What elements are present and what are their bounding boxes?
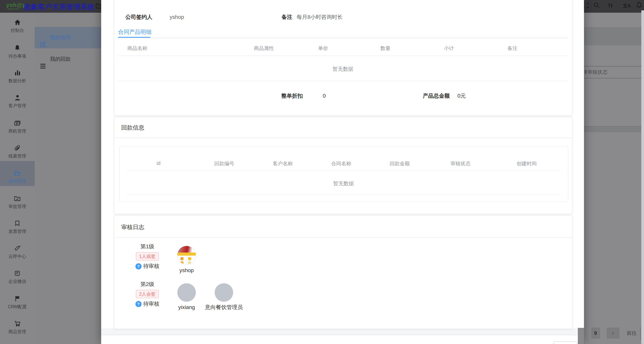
product-col-subtotal: 小计 [444,45,454,52]
product-col-name: 商品名称 [127,45,147,52]
cart-icon [14,321,20,328]
sidebar-item-invoices[interactable]: 发票管理 [0,221,34,245]
pagination-page-9[interactable]: 9 [591,327,600,339]
payment-info-card: 回款信息 id 回款编号 客户名称 合同名称 回款金额 审核状态 创建时间 暂无… [114,117,572,214]
submenu-item-my-payments[interactable]: 我的回款 [34,48,101,70]
page-scrollbar[interactable] [641,10,644,344]
product-col-attr: 商品属性 [254,45,274,52]
audit-level-2-info: 第2级 2人会签 ? 待审核 [128,281,166,308]
audit-level-2-user-2: 意向餐饮管理员 [203,283,245,311]
app-title: 意象客户关系管理系统 [24,2,95,11]
remark-label: 备注 [282,14,292,21]
sidebar-item-crm-config[interactable]: CRM配置 [0,296,34,321]
folder-check-icon [14,196,20,202]
discount-label: 整单折扣 [281,93,303,99]
avatar[interactable] [177,246,196,265]
paperclip-icon [14,145,20,152]
audit-log-card: 审核日志 第1级 1人或签 ? 待审核 [114,215,572,329]
payment-col-contract: 合同名称 [331,160,351,167]
avatar[interactable] [177,283,196,302]
folder-toggle-icon[interactable] [96,3,102,10]
audit-level-2-user-1: yixiang [175,283,198,310]
language-icon[interactable]: 文A [623,3,631,9]
sidebar-item-products[interactable]: 商品管理 [0,321,34,344]
product-empty-text: 暂无数据 [114,66,572,73]
question-icon[interactable]: ? [136,301,142,307]
notification-bell-icon[interactable] [636,2,642,10]
sidebar-item-callcenter[interactable]: 云呼中心 [0,246,34,270]
modal-footer-gap [101,328,578,335]
payment-empty-text: 暂无数据 [120,180,568,187]
folder-open-icon [14,170,20,177]
payment-card-divider [114,137,572,138]
product-bottom-border [118,81,568,81]
contract-detail-modal: 公司签约人 yshop 备注 每月8小时咨询时长 合同产品明细 商品名称 商品属… [101,0,584,344]
remark-value: 每月8小时咨询时长 [296,14,343,21]
level-2-user-1-name: yixiang [175,304,198,310]
payment-col-id: id [156,160,160,166]
footer-input[interactable] [553,341,578,344]
sidebar-item-todo[interactable]: 待办事项 [0,45,34,69]
audit-status-placeholder: 择审核状态 [582,69,608,76]
audit-level-1-info: 第1级 1人或签 ? 待审核 [128,243,166,270]
product-col-price: 单价 [318,45,328,52]
sidebar-item-wechat[interactable]: 企业微信 [0,271,34,295]
home-icon [14,19,20,26]
pagination-next-icon[interactable]: › [606,327,619,339]
phone-icon [14,246,20,252]
flag-icon [15,296,20,303]
payment-table-box: id 回款编号 客户名称 合同名称 回款金额 审核状态 创建时间 暂无数据 [119,146,568,202]
sidebar-item-dashboard[interactable]: 控制台 [0,19,34,44]
sidebar-item-contracts[interactable]: 合同管理 [0,170,34,195]
sidebar-item-analytics[interactable]: 数据分析 [0,70,34,94]
modal-scrollbar-end [578,328,584,344]
sidebar-item-approvals[interactable]: 审批管理 [0,196,34,220]
level-2-badge: 2人会签 [136,290,159,298]
payment-header-border [126,170,560,171]
level-2-name: 第2级 [128,281,166,288]
signer-value: yshop [170,14,184,20]
bar-chart-icon [14,70,20,76]
audit-card-divider [114,237,572,238]
amount-label: 产品总金额 [423,93,450,99]
tab-product-detail[interactable]: 合同产品明细 [118,28,152,36]
search-icon[interactable] [594,2,599,9]
submenu-item-my-contracts[interactable]: 我的合同 [34,27,101,48]
product-col-qty: 数量 [380,45,390,52]
fullscreen-icon[interactable] [583,3,588,9]
audit-section-title: 审核日志 [121,224,144,231]
question-icon[interactable]: ? [136,263,142,270]
sidebar-item-customers[interactable]: 客户管理 [0,95,34,119]
discount-value: 0 [323,93,326,99]
app-logo: ysh@p [6,1,26,8]
payment-section-title: 回款信息 [121,124,144,131]
level-1-status: 待审核 [143,263,159,269]
level-1-name: 第1级 [128,243,166,250]
sidebar-item-leads[interactable]: 线索管理 [0,145,34,170]
amount-value: 0元 [458,93,466,99]
modal-footer [101,335,578,344]
pagination-goto-label: 前往 [627,330,637,337]
level-2-user-2-name: 意向餐饮管理员 [203,304,245,311]
cash-icon [14,120,20,127]
payment-col-customer: 客户名称 [273,160,293,167]
font-size-icon[interactable]: Tt [608,3,613,8]
screen: ysh@p — 意象电商系统 — 意象客户关系管理系统 Tt 文A 控制台 待办… [0,0,644,344]
signer-label: 公司签约人 [126,14,152,21]
payment-bottom-border [126,194,560,195]
app-logo-subtext: — 意象电商系统 — [6,8,22,10]
tab-divider [118,37,568,38]
product-header-border [118,55,568,56]
sidebar-nav: 控制台 待办事项 数据分析 客户管理 商机管理 线索管理 合同管理 审批管理 [0,13,35,344]
bell-icon [14,45,20,52]
person-icon [14,95,20,101]
payment-col-created: 创建时间 [517,160,537,167]
sidebar-item-opportunities[interactable]: 商机管理 [0,120,34,145]
avatar[interactable] [215,283,233,302]
payment-col-amount: 回款金额 [390,160,410,167]
level-1-user-name: yshop [175,267,198,273]
bookmark-icon [15,221,20,227]
level-2-status: 待审核 [143,301,159,307]
payment-col-status: 审核状态 [450,160,470,167]
level-1-badge: 1人或签 [136,252,159,261]
